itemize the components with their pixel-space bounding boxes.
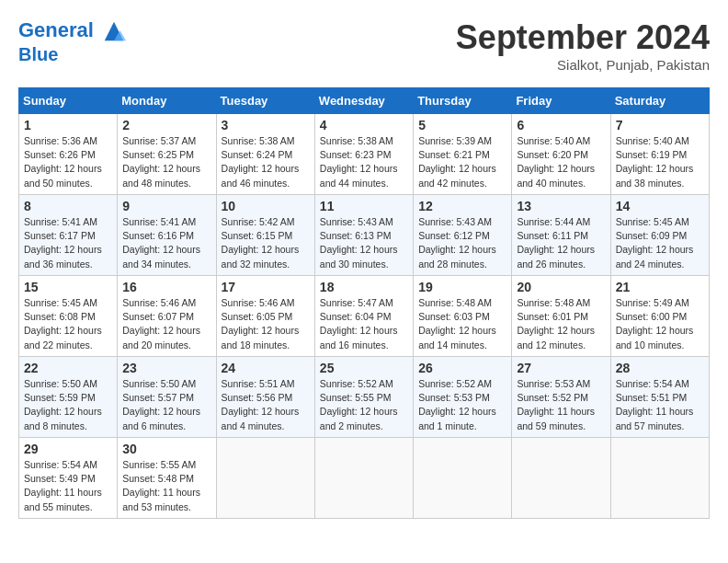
day-details: Sunrise: 5:43 AM Sunset: 6:12 PM Dayligh… <box>418 215 506 271</box>
logo-icon <box>101 18 127 44</box>
calendar-cell: 26Sunrise: 5:52 AM Sunset: 5:53 PM Dayli… <box>414 357 512 438</box>
day-number: 2 <box>122 118 210 132</box>
calendar-cell: 29Sunrise: 5:54 AM Sunset: 5:49 PM Dayli… <box>19 438 118 519</box>
calendar-cell <box>216 438 314 519</box>
day-number: 10 <box>222 199 310 213</box>
day-number: 22 <box>24 361 112 375</box>
day-details: Sunrise: 5:47 AM Sunset: 6:04 PM Dayligh… <box>320 296 408 352</box>
month-title: September 2024 <box>456 18 710 57</box>
day-number: 13 <box>517 199 605 213</box>
day-details: Sunrise: 5:46 AM Sunset: 6:05 PM Dayligh… <box>222 296 310 352</box>
day-number: 8 <box>24 199 112 213</box>
day-number: 30 <box>122 442 210 456</box>
calendar-cell: 5Sunrise: 5:39 AM Sunset: 6:21 PM Daylig… <box>414 114 512 195</box>
page-header: General Blue September 2024 Sialkot, Pun… <box>18 18 710 73</box>
day-number: 14 <box>616 199 704 213</box>
calendar-cell: 7Sunrise: 5:40 AM Sunset: 6:19 PM Daylig… <box>610 114 709 195</box>
calendar-cell: 15Sunrise: 5:45 AM Sunset: 6:08 PM Dayli… <box>19 276 118 357</box>
day-number: 12 <box>418 199 506 213</box>
day-number: 17 <box>222 280 310 294</box>
day-details: Sunrise: 5:44 AM Sunset: 6:11 PM Dayligh… <box>517 215 605 271</box>
day-number: 20 <box>517 280 605 294</box>
calendar-cell: 9Sunrise: 5:41 AM Sunset: 6:16 PM Daylig… <box>118 195 216 276</box>
col-header-monday: Monday <box>118 88 216 114</box>
calendar-cell <box>610 438 709 519</box>
day-number: 1 <box>24 118 112 132</box>
calendar-cell: 2Sunrise: 5:37 AM Sunset: 6:25 PM Daylig… <box>118 114 216 195</box>
day-details: Sunrise: 5:46 AM Sunset: 6:07 PM Dayligh… <box>122 296 210 352</box>
calendar-cell: 14Sunrise: 5:45 AM Sunset: 6:09 PM Dayli… <box>610 195 709 276</box>
day-details: Sunrise: 5:38 AM Sunset: 6:23 PM Dayligh… <box>320 134 408 190</box>
calendar-cell: 30Sunrise: 5:55 AM Sunset: 5:48 PM Dayli… <box>118 438 216 519</box>
calendar-cell: 23Sunrise: 5:50 AM Sunset: 5:57 PM Dayli… <box>118 357 216 438</box>
week-row-4: 22Sunrise: 5:50 AM Sunset: 5:59 PM Dayli… <box>19 357 710 438</box>
logo-general: General <box>18 18 94 41</box>
calendar-cell: 4Sunrise: 5:38 AM Sunset: 6:23 PM Daylig… <box>314 114 413 195</box>
title-block: September 2024 Sialkot, Punjab, Pakistan <box>456 18 710 73</box>
day-details: Sunrise: 5:37 AM Sunset: 6:25 PM Dayligh… <box>122 134 210 190</box>
day-details: Sunrise: 5:50 AM Sunset: 5:57 PM Dayligh… <box>122 377 210 433</box>
location: Sialkot, Punjab, Pakistan <box>456 57 710 73</box>
calendar-cell: 27Sunrise: 5:53 AM Sunset: 5:52 PM Dayli… <box>512 357 610 438</box>
day-details: Sunrise: 5:43 AM Sunset: 6:13 PM Dayligh… <box>320 215 408 271</box>
calendar-cell <box>414 438 512 519</box>
day-number: 7 <box>616 118 704 132</box>
day-number: 11 <box>320 199 408 213</box>
col-header-wednesday: Wednesday <box>314 88 413 114</box>
day-details: Sunrise: 5:53 AM Sunset: 5:52 PM Dayligh… <box>517 377 605 433</box>
calendar-cell: 22Sunrise: 5:50 AM Sunset: 5:59 PM Dayli… <box>19 357 118 438</box>
col-header-tuesday: Tuesday <box>216 88 314 114</box>
calendar-cell: 18Sunrise: 5:47 AM Sunset: 6:04 PM Dayli… <box>314 276 413 357</box>
calendar-cell: 19Sunrise: 5:48 AM Sunset: 6:03 PM Dayli… <box>414 276 512 357</box>
day-details: Sunrise: 5:51 AM Sunset: 5:56 PM Dayligh… <box>222 377 310 433</box>
col-header-saturday: Saturday <box>610 88 709 114</box>
calendar-cell: 8Sunrise: 5:41 AM Sunset: 6:17 PM Daylig… <box>19 195 118 276</box>
day-details: Sunrise: 5:54 AM Sunset: 5:51 PM Dayligh… <box>616 377 704 433</box>
calendar-cell: 28Sunrise: 5:54 AM Sunset: 5:51 PM Dayli… <box>610 357 709 438</box>
day-number: 9 <box>122 199 210 213</box>
day-details: Sunrise: 5:52 AM Sunset: 5:55 PM Dayligh… <box>320 377 408 433</box>
day-details: Sunrise: 5:40 AM Sunset: 6:19 PM Dayligh… <box>616 134 704 190</box>
calendar-cell: 3Sunrise: 5:38 AM Sunset: 6:24 PM Daylig… <box>216 114 314 195</box>
calendar-cell: 17Sunrise: 5:46 AM Sunset: 6:05 PM Dayli… <box>216 276 314 357</box>
calendar-cell <box>512 438 610 519</box>
day-number: 21 <box>616 280 704 294</box>
calendar-cell: 1Sunrise: 5:36 AM Sunset: 6:26 PM Daylig… <box>19 114 118 195</box>
day-details: Sunrise: 5:41 AM Sunset: 6:17 PM Dayligh… <box>24 215 112 271</box>
day-number: 4 <box>320 118 408 132</box>
calendar-cell: 10Sunrise: 5:42 AM Sunset: 6:15 PM Dayli… <box>216 195 314 276</box>
day-number: 16 <box>122 280 210 294</box>
week-row-2: 8Sunrise: 5:41 AM Sunset: 6:17 PM Daylig… <box>19 195 710 276</box>
day-details: Sunrise: 5:49 AM Sunset: 6:00 PM Dayligh… <box>616 296 704 352</box>
day-details: Sunrise: 5:42 AM Sunset: 6:15 PM Dayligh… <box>222 215 310 271</box>
calendar-cell: 6Sunrise: 5:40 AM Sunset: 6:20 PM Daylig… <box>512 114 610 195</box>
day-details: Sunrise: 5:36 AM Sunset: 6:26 PM Dayligh… <box>24 134 112 190</box>
day-number: 3 <box>222 118 310 132</box>
day-details: Sunrise: 5:54 AM Sunset: 5:49 PM Dayligh… <box>24 458 112 514</box>
day-details: Sunrise: 5:40 AM Sunset: 6:20 PM Dayligh… <box>517 134 605 190</box>
calendar-cell: 25Sunrise: 5:52 AM Sunset: 5:55 PM Dayli… <box>314 357 413 438</box>
day-details: Sunrise: 5:39 AM Sunset: 6:21 PM Dayligh… <box>418 134 506 190</box>
day-details: Sunrise: 5:41 AM Sunset: 6:16 PM Dayligh… <box>122 215 210 271</box>
calendar-cell: 13Sunrise: 5:44 AM Sunset: 6:11 PM Dayli… <box>512 195 610 276</box>
calendar-cell: 12Sunrise: 5:43 AM Sunset: 6:12 PM Dayli… <box>414 195 512 276</box>
day-details: Sunrise: 5:48 AM Sunset: 6:01 PM Dayligh… <box>517 296 605 352</box>
day-number: 26 <box>418 361 506 375</box>
day-details: Sunrise: 5:38 AM Sunset: 6:24 PM Dayligh… <box>222 134 310 190</box>
day-number: 29 <box>24 442 112 456</box>
day-number: 25 <box>320 361 408 375</box>
calendar-cell <box>314 438 413 519</box>
day-number: 5 <box>418 118 506 132</box>
day-details: Sunrise: 5:50 AM Sunset: 5:59 PM Dayligh… <box>24 377 112 433</box>
day-details: Sunrise: 5:45 AM Sunset: 6:08 PM Dayligh… <box>24 296 112 352</box>
calendar-cell: 24Sunrise: 5:51 AM Sunset: 5:56 PM Dayli… <box>216 357 314 438</box>
col-header-sunday: Sunday <box>19 88 118 114</box>
column-headers: SundayMondayTuesdayWednesdayThursdayFrid… <box>19 88 710 114</box>
calendar-cell: 21Sunrise: 5:49 AM Sunset: 6:00 PM Dayli… <box>610 276 709 357</box>
week-row-5: 29Sunrise: 5:54 AM Sunset: 5:49 PM Dayli… <box>19 438 710 519</box>
calendar-table: SundayMondayTuesdayWednesdayThursdayFrid… <box>18 87 710 519</box>
day-number: 6 <box>517 118 605 132</box>
day-details: Sunrise: 5:45 AM Sunset: 6:09 PM Dayligh… <box>616 215 704 271</box>
calendar-cell: 11Sunrise: 5:43 AM Sunset: 6:13 PM Dayli… <box>314 195 413 276</box>
calendar-cell: 20Sunrise: 5:48 AM Sunset: 6:01 PM Dayli… <box>512 276 610 357</box>
